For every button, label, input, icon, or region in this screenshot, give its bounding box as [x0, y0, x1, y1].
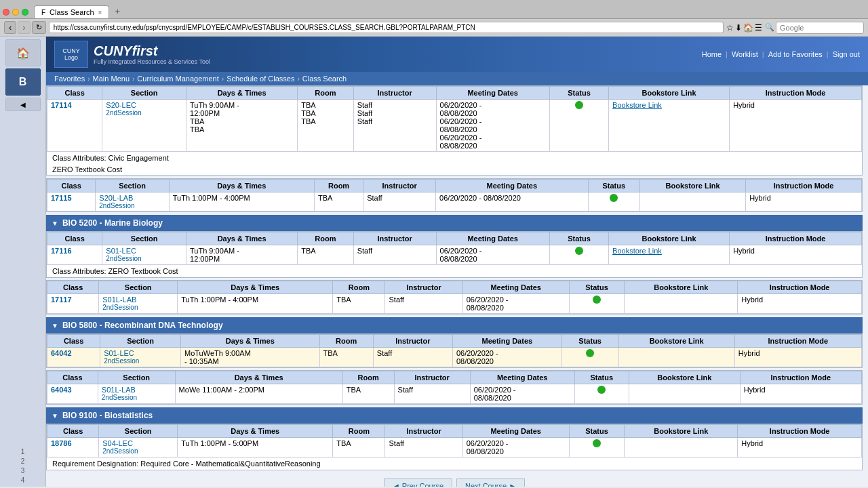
session-link[interactable]: 2ndSession: [99, 202, 165, 209]
class-link-17116[interactable]: 17116: [51, 247, 72, 255]
refresh-btn[interactable]: ↻: [32, 21, 46, 34]
win-close-btn[interactable]: [3, 9, 9, 16]
days-cell: TuTh 1:00PM - 4:00PM: [169, 192, 314, 211]
back-btn[interactable]: ‹: [4, 21, 16, 34]
instruction-mode-cell: Hybrid: [738, 294, 862, 314]
nav-home-link[interactable]: Home: [702, 50, 722, 58]
breadcrumb-main-menu[interactable]: Main Menu: [93, 75, 130, 83]
cuny-logo-subtext: Fully Integrated Resources & Services To…: [94, 58, 210, 65]
breadcrumb-schedule[interactable]: Schedule of Classes: [226, 75, 294, 83]
room-cell: TBA: [333, 438, 385, 458]
prev-course-btn[interactable]: ◄ Prev Course: [384, 479, 452, 487]
win-max-btn[interactable]: [22, 9, 28, 16]
next-course-btn[interactable]: Next Course ►: [456, 479, 525, 487]
top-partial-table: Class Section Days & Times Room Instruct…: [47, 86, 862, 152]
class-link-64042[interactable]: 64042: [51, 349, 72, 357]
col-section: Section: [102, 232, 186, 245]
meeting-dates-cell: 06/20/2020 -08/08/202006/20/2020 -08/08/…: [436, 100, 549, 152]
class-link-17117[interactable]: 17117: [51, 296, 72, 304]
breadcrumb-favorites[interactable]: Favorites: [54, 75, 85, 83]
session-link[interactable]: 2ndSession: [106, 255, 182, 262]
left-sidebar: 🏠 B ◀ 1 2 3 4: [0, 37, 46, 487]
table-row-highlighted: 64042 S01-LEC 2ndSession MoTuWeTh 9:00AM…: [47, 348, 862, 367]
table-row: 17117 S01L-LAB 2ndSession TuTh 1:00PM - …: [47, 294, 862, 314]
col-bookstore: Bookstore Link: [640, 180, 746, 192]
win-min-btn[interactable]: [12, 9, 19, 16]
class-link-18786[interactable]: 18786: [51, 439, 72, 447]
section-cell: S20-LEC 2ndSession: [102, 100, 186, 152]
col-days: Days & Times: [181, 335, 320, 348]
bookmark-btn[interactable]: ☆: [726, 23, 734, 33]
section-lec-link[interactable]: S01-LEC: [106, 247, 182, 255]
home-btn[interactable]: 🏠: [743, 23, 753, 33]
col-bookstore: Bookstore Link: [609, 232, 730, 245]
class-num: 64043: [47, 384, 98, 404]
status-cell: [569, 294, 625, 314]
breadcrumb-curriculum[interactable]: Curriculum Management: [137, 75, 218, 83]
status-indicator: [586, 349, 594, 357]
class-link-17115[interactable]: 17115: [51, 194, 72, 202]
session-link[interactable]: 2ndSession: [102, 304, 174, 311]
nav-worklist-link[interactable]: Worklist: [732, 50, 758, 58]
tab-close-icon[interactable]: ×: [98, 9, 102, 16]
bookstore-link[interactable]: Bookstore Link: [612, 101, 662, 109]
class-link[interactable]: 17114: [51, 101, 72, 109]
days-cell: MoTuWeTh 9:00AM- 10:35AM: [181, 348, 320, 367]
col-section: Section: [102, 87, 186, 100]
section-lec-link[interactable]: S04-LEC: [102, 439, 174, 447]
download-btn[interactable]: ⬇: [735, 23, 742, 33]
meeting-dates-cell: 06/20/2020 -08/08/2020: [470, 384, 574, 404]
class-num: 17115: [47, 192, 96, 211]
browser-tab-active[interactable]: F Class Search ×: [34, 5, 109, 18]
session-link[interactable]: 2ndSession: [104, 357, 177, 365]
address-bar[interactable]: [49, 22, 724, 33]
bio9100-block: ▼ BIO 9100 - Biostatistics Class Section…: [46, 407, 863, 470]
room-cell: TBA: [319, 348, 373, 367]
section-link-lab[interactable]: S20L-LAB: [99, 194, 165, 202]
section-lec-link[interactable]: S01-LEC: [104, 349, 177, 357]
col-instruction-mode: Instruction Mode: [738, 425, 862, 438]
bookstore-link-5200[interactable]: Bookstore Link: [612, 247, 662, 255]
menu-btn[interactable]: ☰: [755, 23, 762, 33]
col-instruction-mode: Instruction Mode: [734, 335, 861, 348]
bio5200-header[interactable]: ▼ BIO 5200 - Marine Biology: [46, 215, 863, 231]
nav-signout-link[interactable]: Sign out: [833, 50, 860, 58]
section-lab-link[interactable]: S01L-LAB: [102, 386, 172, 394]
instruction-mode-cell: Hybrid: [746, 192, 862, 211]
status-cell: [549, 245, 608, 265]
section-link-lec[interactable]: S20-LEC: [106, 101, 182, 109]
table-row: 64043 S01L-LAB 2ndSession MoWe 11:00AM -…: [47, 384, 862, 404]
bio5800-header[interactable]: ▼ BIO 5800 - Recombinant DNA Technology: [46, 317, 863, 333]
sidebar-number-4: 4: [21, 476, 25, 484]
sidebar-b-icon[interactable]: B: [5, 68, 41, 96]
bio9100-header[interactable]: ▼ BIO 9100 - Biostatistics: [46, 407, 863, 424]
col-class: Class: [47, 335, 100, 348]
col-room: Room: [298, 232, 353, 245]
bio5800-label: BIO 5800 - Recombinant DNA Technology: [62, 321, 223, 330]
class-link-64043[interactable]: 64043: [51, 386, 72, 394]
session-link[interactable]: 2ndSession: [102, 394, 172, 401]
col-meeting-dates: Meeting Dates: [452, 335, 561, 348]
sidebar-collapse-icon[interactable]: ◀: [5, 98, 41, 111]
session-link[interactable]: 2ndSession: [102, 447, 174, 455]
col-bookstore: Bookstore Link: [618, 335, 734, 348]
instruction-mode-cell: Hybrid: [730, 245, 862, 265]
nav-sep-1: |: [726, 50, 728, 58]
section-lab-link[interactable]: S01L-LAB: [102, 296, 174, 304]
days-cell: TuTh 9:00AM -12:00PMTBATBA: [186, 100, 298, 152]
status-cell: [569, 438, 625, 458]
new-tab-btn[interactable]: +: [109, 4, 125, 18]
col-meeting-dates: Meeting Dates: [436, 87, 549, 100]
bookstore-cell: Bookstore Link: [609, 100, 730, 152]
section-link-session[interactable]: 2ndSession: [106, 109, 182, 117]
nav-add-favorites-link[interactable]: Add to Favorites: [768, 50, 823, 58]
col-class: Class: [47, 425, 99, 438]
breadcrumb-sep-4: ›: [297, 75, 299, 83]
bio9100-req-attr: Requirement Designation: Required Core -…: [47, 458, 862, 470]
sidebar-number-3: 3: [21, 467, 25, 474]
forward-btn[interactable]: ›: [18, 21, 30, 34]
sidebar-home-icon[interactable]: 🏠: [5, 39, 41, 66]
nav-sep-2: |: [762, 50, 764, 58]
section-cell: S01-LEC 2ndSession: [100, 348, 181, 367]
search-input[interactable]: [776, 22, 864, 34]
